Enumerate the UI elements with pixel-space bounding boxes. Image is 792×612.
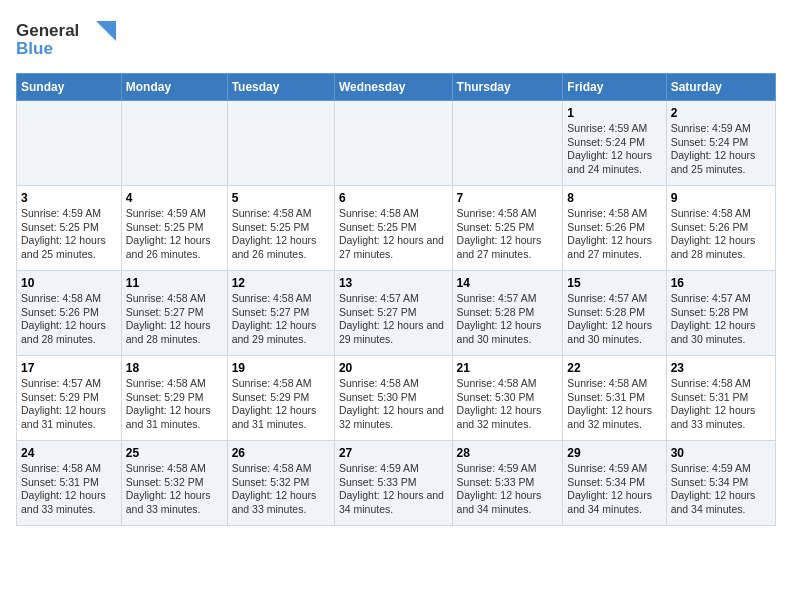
day-number: 6	[339, 191, 448, 205]
day-number: 13	[339, 276, 448, 290]
day-info: Sunrise: 4:58 AM Sunset: 5:30 PM Dayligh…	[457, 377, 559, 432]
day-number: 18	[126, 361, 223, 375]
calendar-cell: 22Sunrise: 4:58 AM Sunset: 5:31 PM Dayli…	[563, 356, 666, 441]
calendar-week-row: 3Sunrise: 4:59 AM Sunset: 5:25 PM Daylig…	[17, 186, 776, 271]
calendar-cell: 10Sunrise: 4:58 AM Sunset: 5:26 PM Dayli…	[17, 271, 122, 356]
day-number: 15	[567, 276, 661, 290]
calendar-cell: 2Sunrise: 4:59 AM Sunset: 5:24 PM Daylig…	[666, 101, 775, 186]
weekday-header: Tuesday	[227, 74, 334, 101]
day-number: 7	[457, 191, 559, 205]
day-number: 19	[232, 361, 330, 375]
calendar-cell: 5Sunrise: 4:58 AM Sunset: 5:25 PM Daylig…	[227, 186, 334, 271]
calendar-week-row: 24Sunrise: 4:58 AM Sunset: 5:31 PM Dayli…	[17, 441, 776, 526]
day-info: Sunrise: 4:58 AM Sunset: 5:27 PM Dayligh…	[232, 292, 330, 347]
calendar-cell: 27Sunrise: 4:59 AM Sunset: 5:33 PM Dayli…	[334, 441, 452, 526]
day-number: 26	[232, 446, 330, 460]
day-info: Sunrise: 4:58 AM Sunset: 5:32 PM Dayligh…	[126, 462, 223, 517]
day-info: Sunrise: 4:59 AM Sunset: 5:33 PM Dayligh…	[339, 462, 448, 517]
day-info: Sunrise: 4:58 AM Sunset: 5:25 PM Dayligh…	[339, 207, 448, 262]
weekday-header-row: SundayMondayTuesdayWednesdayThursdayFrid…	[17, 74, 776, 101]
calendar-cell: 26Sunrise: 4:58 AM Sunset: 5:32 PM Dayli…	[227, 441, 334, 526]
calendar-week-row: 17Sunrise: 4:57 AM Sunset: 5:29 PM Dayli…	[17, 356, 776, 441]
calendar-table: SundayMondayTuesdayWednesdayThursdayFrid…	[16, 73, 776, 526]
logo: GeneralBlue	[16, 16, 126, 61]
calendar-cell: 18Sunrise: 4:58 AM Sunset: 5:29 PM Dayli…	[121, 356, 227, 441]
calendar-cell: 25Sunrise: 4:58 AM Sunset: 5:32 PM Dayli…	[121, 441, 227, 526]
calendar-cell	[227, 101, 334, 186]
day-info: Sunrise: 4:58 AM Sunset: 5:26 PM Dayligh…	[671, 207, 771, 262]
day-number: 27	[339, 446, 448, 460]
day-number: 23	[671, 361, 771, 375]
calendar-cell	[121, 101, 227, 186]
day-number: 20	[339, 361, 448, 375]
day-info: Sunrise: 4:57 AM Sunset: 5:28 PM Dayligh…	[567, 292, 661, 347]
calendar-cell: 16Sunrise: 4:57 AM Sunset: 5:28 PM Dayli…	[666, 271, 775, 356]
day-number: 14	[457, 276, 559, 290]
day-number: 30	[671, 446, 771, 460]
day-number: 8	[567, 191, 661, 205]
calendar-week-row: 1Sunrise: 4:59 AM Sunset: 5:24 PM Daylig…	[17, 101, 776, 186]
calendar-cell	[452, 101, 563, 186]
day-info: Sunrise: 4:58 AM Sunset: 5:29 PM Dayligh…	[232, 377, 330, 432]
day-number: 17	[21, 361, 117, 375]
day-number: 9	[671, 191, 771, 205]
calendar-cell: 13Sunrise: 4:57 AM Sunset: 5:27 PM Dayli…	[334, 271, 452, 356]
day-info: Sunrise: 4:57 AM Sunset: 5:29 PM Dayligh…	[21, 377, 117, 432]
day-number: 25	[126, 446, 223, 460]
day-number: 11	[126, 276, 223, 290]
calendar-cell: 19Sunrise: 4:58 AM Sunset: 5:29 PM Dayli…	[227, 356, 334, 441]
day-number: 4	[126, 191, 223, 205]
day-info: Sunrise: 4:59 AM Sunset: 5:24 PM Dayligh…	[671, 122, 771, 177]
day-info: Sunrise: 4:58 AM Sunset: 5:26 PM Dayligh…	[21, 292, 117, 347]
calendar-cell: 9Sunrise: 4:58 AM Sunset: 5:26 PM Daylig…	[666, 186, 775, 271]
calendar-cell: 20Sunrise: 4:58 AM Sunset: 5:30 PM Dayli…	[334, 356, 452, 441]
calendar-cell: 21Sunrise: 4:58 AM Sunset: 5:30 PM Dayli…	[452, 356, 563, 441]
weekday-header: Sunday	[17, 74, 122, 101]
day-info: Sunrise: 4:58 AM Sunset: 5:25 PM Dayligh…	[457, 207, 559, 262]
day-number: 3	[21, 191, 117, 205]
calendar-week-row: 10Sunrise: 4:58 AM Sunset: 5:26 PM Dayli…	[17, 271, 776, 356]
calendar-cell: 30Sunrise: 4:59 AM Sunset: 5:34 PM Dayli…	[666, 441, 775, 526]
day-info: Sunrise: 4:58 AM Sunset: 5:32 PM Dayligh…	[232, 462, 330, 517]
day-number: 5	[232, 191, 330, 205]
calendar-cell: 8Sunrise: 4:58 AM Sunset: 5:26 PM Daylig…	[563, 186, 666, 271]
weekday-header: Saturday	[666, 74, 775, 101]
day-info: Sunrise: 4:59 AM Sunset: 5:34 PM Dayligh…	[567, 462, 661, 517]
calendar-cell: 3Sunrise: 4:59 AM Sunset: 5:25 PM Daylig…	[17, 186, 122, 271]
calendar-cell: 14Sunrise: 4:57 AM Sunset: 5:28 PM Dayli…	[452, 271, 563, 356]
logo-svg: GeneralBlue	[16, 16, 126, 61]
svg-text:Blue: Blue	[16, 39, 53, 58]
day-info: Sunrise: 4:59 AM Sunset: 5:33 PM Dayligh…	[457, 462, 559, 517]
calendar-cell: 15Sunrise: 4:57 AM Sunset: 5:28 PM Dayli…	[563, 271, 666, 356]
calendar-cell: 24Sunrise: 4:58 AM Sunset: 5:31 PM Dayli…	[17, 441, 122, 526]
day-info: Sunrise: 4:58 AM Sunset: 5:27 PM Dayligh…	[126, 292, 223, 347]
svg-marker-2	[96, 21, 116, 41]
day-number: 1	[567, 106, 661, 120]
calendar-cell: 17Sunrise: 4:57 AM Sunset: 5:29 PM Dayli…	[17, 356, 122, 441]
weekday-header: Friday	[563, 74, 666, 101]
calendar-cell	[17, 101, 122, 186]
day-number: 22	[567, 361, 661, 375]
day-info: Sunrise: 4:57 AM Sunset: 5:27 PM Dayligh…	[339, 292, 448, 347]
day-info: Sunrise: 4:59 AM Sunset: 5:24 PM Dayligh…	[567, 122, 661, 177]
calendar-cell: 12Sunrise: 4:58 AM Sunset: 5:27 PM Dayli…	[227, 271, 334, 356]
weekday-header: Wednesday	[334, 74, 452, 101]
calendar-cell	[334, 101, 452, 186]
calendar-cell: 11Sunrise: 4:58 AM Sunset: 5:27 PM Dayli…	[121, 271, 227, 356]
day-info: Sunrise: 4:58 AM Sunset: 5:30 PM Dayligh…	[339, 377, 448, 432]
calendar-cell: 7Sunrise: 4:58 AM Sunset: 5:25 PM Daylig…	[452, 186, 563, 271]
day-info: Sunrise: 4:57 AM Sunset: 5:28 PM Dayligh…	[671, 292, 771, 347]
weekday-header: Monday	[121, 74, 227, 101]
day-number: 10	[21, 276, 117, 290]
calendar-cell: 23Sunrise: 4:58 AM Sunset: 5:31 PM Dayli…	[666, 356, 775, 441]
day-number: 28	[457, 446, 559, 460]
day-info: Sunrise: 4:58 AM Sunset: 5:25 PM Dayligh…	[232, 207, 330, 262]
day-number: 29	[567, 446, 661, 460]
day-number: 21	[457, 361, 559, 375]
calendar-cell: 29Sunrise: 4:59 AM Sunset: 5:34 PM Dayli…	[563, 441, 666, 526]
day-info: Sunrise: 4:59 AM Sunset: 5:34 PM Dayligh…	[671, 462, 771, 517]
day-info: Sunrise: 4:58 AM Sunset: 5:26 PM Dayligh…	[567, 207, 661, 262]
day-info: Sunrise: 4:58 AM Sunset: 5:29 PM Dayligh…	[126, 377, 223, 432]
day-info: Sunrise: 4:58 AM Sunset: 5:31 PM Dayligh…	[567, 377, 661, 432]
day-number: 2	[671, 106, 771, 120]
